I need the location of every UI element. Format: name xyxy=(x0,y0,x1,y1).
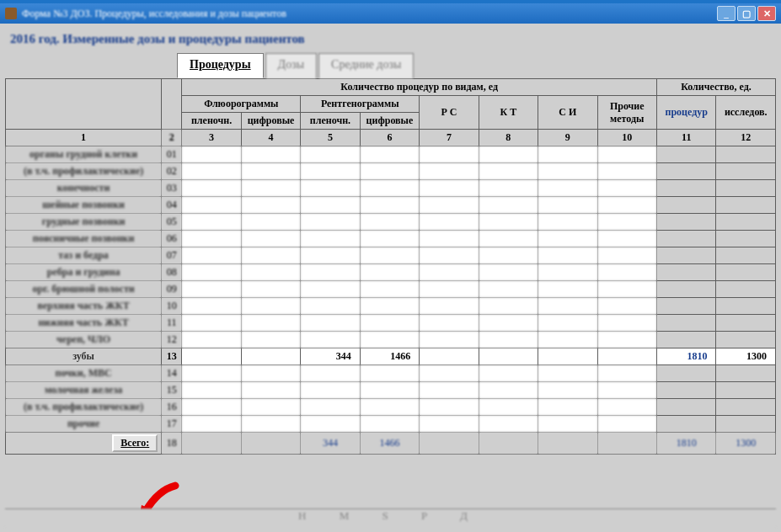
cell-13-6[interactable]: 1466 xyxy=(360,348,419,365)
cell[interactable] xyxy=(241,399,300,416)
cell[interactable] xyxy=(597,416,656,433)
cell[interactable] xyxy=(301,146,360,163)
cell[interactable] xyxy=(420,416,479,433)
cell[interactable] xyxy=(360,382,419,399)
cell[interactable] xyxy=(182,416,241,433)
cell[interactable] xyxy=(420,298,479,315)
cell-13-10[interactable] xyxy=(597,348,656,365)
cell[interactable] xyxy=(420,231,479,247)
cell[interactable] xyxy=(301,247,360,264)
cell[interactable] xyxy=(597,214,656,231)
cell[interactable] xyxy=(360,214,419,231)
cell[interactable] xyxy=(538,214,597,231)
cell[interactable] xyxy=(360,146,419,163)
cell-13-4[interactable] xyxy=(241,348,300,365)
cell-13-11[interactable]: 1810 xyxy=(657,348,716,365)
cell[interactable] xyxy=(360,416,419,433)
cell[interactable] xyxy=(182,214,241,231)
tab-avg-doses[interactable]: Средние дозы xyxy=(318,53,414,78)
cell[interactable] xyxy=(597,264,656,281)
cell[interactable] xyxy=(360,197,419,214)
cell[interactable] xyxy=(301,197,360,214)
cell[interactable] xyxy=(538,163,597,180)
cell[interactable] xyxy=(360,180,419,197)
cell[interactable] xyxy=(479,231,538,247)
cell[interactable] xyxy=(182,365,241,382)
cell[interactable] xyxy=(479,416,538,433)
cell[interactable] xyxy=(597,365,656,382)
cell[interactable] xyxy=(301,399,360,416)
cell[interactable] xyxy=(420,146,479,163)
total-button[interactable]: Всего: xyxy=(112,434,158,452)
cell[interactable] xyxy=(597,247,656,264)
cell[interactable] xyxy=(538,332,597,348)
cell[interactable] xyxy=(479,146,538,163)
cell[interactable] xyxy=(420,382,479,399)
cell[interactable] xyxy=(538,399,597,416)
minimize-button[interactable]: _ xyxy=(717,6,736,21)
cell[interactable] xyxy=(479,214,538,231)
cell[interactable] xyxy=(479,197,538,214)
cell[interactable] xyxy=(479,315,538,332)
cell[interactable] xyxy=(241,146,300,163)
cell[interactable] xyxy=(241,298,300,315)
cell[interactable] xyxy=(538,315,597,332)
cell[interactable] xyxy=(241,247,300,264)
cell[interactable] xyxy=(301,180,360,197)
cell[interactable] xyxy=(420,197,479,214)
cell[interactable] xyxy=(301,163,360,180)
cell[interactable] xyxy=(182,146,241,163)
cell[interactable] xyxy=(241,315,300,332)
cell[interactable] xyxy=(420,247,479,264)
cell[interactable] xyxy=(182,332,241,348)
cell[interactable] xyxy=(479,180,538,197)
cell[interactable] xyxy=(420,399,479,416)
cell[interactable] xyxy=(241,180,300,197)
cell[interactable] xyxy=(479,382,538,399)
cell[interactable] xyxy=(301,315,360,332)
cell[interactable] xyxy=(420,214,479,231)
cell[interactable] xyxy=(538,416,597,433)
cell[interactable] xyxy=(420,180,479,197)
cell[interactable] xyxy=(597,180,656,197)
cell[interactable] xyxy=(241,416,300,433)
cell-13-12[interactable]: 1300 xyxy=(716,348,776,365)
cell[interactable] xyxy=(479,365,538,382)
cell[interactable] xyxy=(420,332,479,348)
cell[interactable] xyxy=(479,163,538,180)
cell[interactable] xyxy=(301,281,360,298)
cell[interactable] xyxy=(182,231,241,247)
cell[interactable] xyxy=(360,231,419,247)
cell[interactable] xyxy=(420,315,479,332)
cell-13-9[interactable] xyxy=(538,348,597,365)
cell[interactable] xyxy=(538,264,597,281)
cell[interactable] xyxy=(538,146,597,163)
cell[interactable] xyxy=(479,332,538,348)
cell[interactable] xyxy=(538,197,597,214)
cell[interactable] xyxy=(597,163,656,180)
cell[interactable] xyxy=(301,332,360,348)
cell[interactable] xyxy=(597,298,656,315)
tab-procedures[interactable]: Процедуры xyxy=(177,53,264,78)
cell[interactable] xyxy=(241,163,300,180)
cell[interactable] xyxy=(597,399,656,416)
cell[interactable] xyxy=(360,332,419,348)
cell[interactable] xyxy=(301,264,360,281)
cell[interactable] xyxy=(301,298,360,315)
cell[interactable] xyxy=(360,163,419,180)
cell[interactable] xyxy=(182,180,241,197)
cell[interactable] xyxy=(301,214,360,231)
cell[interactable] xyxy=(479,298,538,315)
cell[interactable] xyxy=(538,382,597,399)
cell[interactable] xyxy=(479,264,538,281)
cell[interactable] xyxy=(538,281,597,298)
cell[interactable] xyxy=(241,382,300,399)
cell[interactable] xyxy=(597,197,656,214)
cell[interactable] xyxy=(597,332,656,348)
cell[interactable] xyxy=(182,399,241,416)
cell[interactable] xyxy=(182,382,241,399)
cell[interactable] xyxy=(360,298,419,315)
cell[interactable] xyxy=(241,332,300,348)
cell[interactable] xyxy=(420,264,479,281)
cell[interactable] xyxy=(301,231,360,247)
